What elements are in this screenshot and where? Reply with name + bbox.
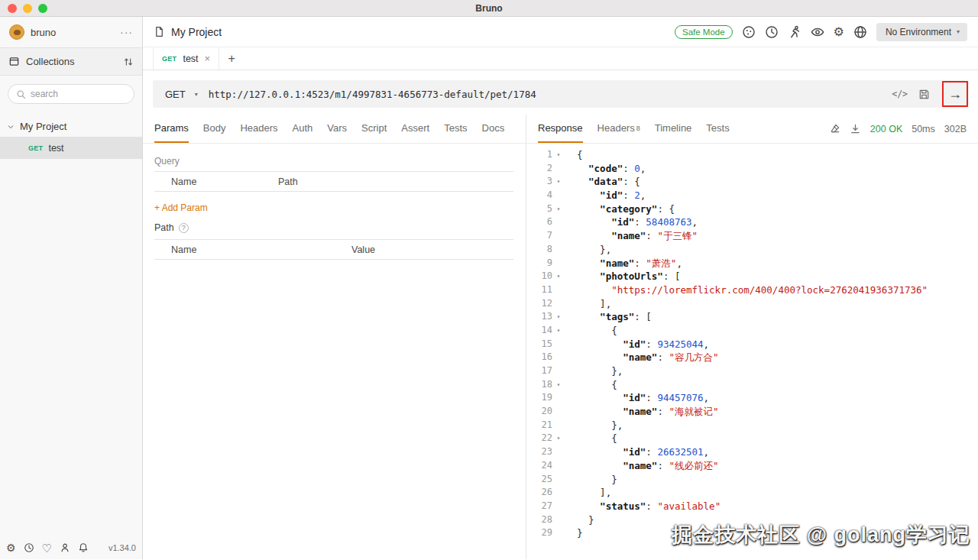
method-label: GET — [165, 89, 186, 100]
eye-icon[interactable] — [811, 25, 824, 39]
request-pane: Params Body Headers Auth Vars Script Ass… — [143, 115, 526, 559]
response-code[interactable]: 1▾{2 "code": 0,3▾ "data": {4 "id": 2,5▾ … — [526, 144, 978, 559]
close-tab-icon[interactable]: × — [205, 53, 211, 64]
line-number: 10 — [526, 270, 552, 283]
fold-arrow-icon[interactable]: ▾ — [552, 432, 565, 445]
tab-params[interactable]: Params — [154, 115, 189, 143]
code-text: { — [565, 148, 583, 162]
tab-timeline[interactable]: Timeline — [655, 115, 692, 143]
minimize-window-button[interactable] — [23, 4, 32, 13]
fold-arrow-icon[interactable]: ▾ — [552, 378, 565, 392]
fold-arrow-icon[interactable]: ▾ — [552, 148, 565, 162]
environment-selector[interactable]: No Environment ▾ — [876, 23, 967, 41]
line-number: 21 — [526, 419, 552, 432]
request-response-split: Params Body Headers Auth Vars Script Ass… — [143, 115, 978, 559]
response-size: 302B — [944, 124, 967, 134]
code-line: 18▾ { — [526, 378, 978, 392]
request-url-bar: GET ▾ http://127.0.0.1:4523/m1/4997831-4… — [153, 80, 969, 108]
preferences-gear-icon[interactable]: ⚙ — [6, 542, 16, 553]
tab-response-tests[interactable]: Tests — [706, 115, 729, 143]
code-line: 6 "id": 58408763, — [526, 215, 978, 229]
url-input[interactable]: http://127.0.0.1:4523/m1/4997831-4656773… — [207, 89, 892, 100]
generate-code-icon[interactable]: </> — [892, 89, 908, 99]
workspace-row[interactable]: bruno ··· — [0, 17, 142, 47]
code-text: } — [565, 513, 594, 527]
collection-name: My Project — [20, 121, 66, 132]
chevron-down-icon: ▾ — [195, 91, 198, 98]
history-clock-icon[interactable] — [765, 25, 779, 39]
tab-body[interactable]: Body — [203, 115, 226, 143]
sidebar: bruno ··· Collections My Project GET tes… — [0, 17, 143, 559]
line-number: 4 — [526, 189, 552, 202]
fold-arrow-icon[interactable]: ▾ — [552, 310, 565, 324]
search-icon — [16, 89, 26, 99]
tab-tests[interactable]: Tests — [444, 115, 467, 143]
response-headers-label: Headers — [597, 122, 635, 134]
code-line: 23 "id": 26632501, — [526, 445, 978, 459]
runner-icon[interactable] — [788, 25, 802, 39]
fold-arrow-icon[interactable]: ▾ — [552, 324, 565, 338]
request-item-test[interactable]: GET test — [0, 137, 142, 159]
code-text: } — [565, 526, 583, 540]
collection-item-my-project[interactable]: My Project — [0, 116, 142, 137]
tab-vars[interactable]: Vars — [327, 115, 347, 143]
method-selector[interactable]: GET ▾ — [153, 89, 207, 100]
collection-tree: My Project GET test — [0, 116, 142, 159]
code-text: }, — [565, 419, 623, 432]
tab-auth[interactable]: Auth — [293, 115, 313, 143]
sort-collections-icon[interactable] — [123, 57, 134, 67]
line-number: 3 — [526, 175, 552, 189]
send-request-button[interactable]: → — [948, 87, 962, 101]
settings-gear-icon[interactable]: ⚙ — [834, 26, 844, 38]
search-input[interactable] — [31, 89, 122, 99]
code-line: 15 "id": 93425044, — [526, 338, 978, 351]
request-name-label: test — [48, 143, 63, 154]
line-number: 18 — [526, 378, 552, 392]
notifications-bell-icon[interactable] — [78, 542, 89, 553]
code-text: "code": 0, — [565, 162, 646, 176]
code-line: 14▾ { — [526, 324, 978, 338]
code-line: 3▾ "data": { — [526, 175, 978, 189]
help-icon[interactable]: ? — [179, 223, 189, 233]
request-tabstrip: GET test × + — [143, 47, 978, 70]
headers-count-badge: 8 — [636, 125, 640, 132]
workspace-menu-button[interactable]: ··· — [120, 26, 133, 38]
cookie-icon[interactable] — [742, 25, 756, 39]
add-param-link[interactable]: + Add Param — [154, 202, 514, 213]
fold-arrow-icon[interactable]: ▾ — [552, 202, 565, 216]
history-clock-icon[interactable] — [24, 542, 34, 553]
code-line: 21 }, — [526, 419, 978, 432]
search-box[interactable] — [8, 84, 134, 104]
code-text: "id": 93425044, — [565, 338, 709, 351]
fold-arrow-icon[interactable]: ▾ — [552, 270, 565, 283]
download-response-icon[interactable] — [850, 123, 861, 134]
code-text: "name": "于三锋" — [565, 229, 698, 243]
tab-assert[interactable]: Assert — [401, 115, 429, 143]
code-line: 13▾ "tags": [ — [526, 310, 978, 324]
tab-headers[interactable]: Headers — [240, 115, 277, 143]
environment-label: No Environment — [886, 27, 951, 37]
tab-response[interactable]: Response — [538, 115, 583, 143]
code-line: 29} — [526, 526, 978, 540]
new-tab-button[interactable]: + — [219, 47, 244, 70]
collections-header[interactable]: Collections — [0, 47, 142, 76]
request-bar-area: GET ▾ http://127.0.0.1:4523/m1/4997831-4… — [143, 70, 978, 115]
tab-script[interactable]: Script — [361, 115, 387, 143]
code-text: "category": { — [565, 202, 675, 216]
code-text: "id": 94457076, — [565, 391, 709, 405]
request-method-label: GET — [28, 144, 43, 152]
fold-arrow-icon[interactable]: ▾ — [552, 175, 565, 189]
code-text: "name": "萧浩", — [565, 257, 682, 270]
request-tab-test[interactable]: GET test × — [153, 47, 219, 70]
save-icon[interactable] — [918, 89, 930, 100]
clear-response-icon[interactable] — [829, 123, 840, 134]
response-meta: 200 OK 50ms 302B — [829, 115, 967, 143]
tab-docs[interactable]: Docs — [482, 115, 505, 143]
close-window-button[interactable] — [8, 4, 17, 13]
globe-icon[interactable] — [853, 25, 867, 39]
tab-response-headers[interactable]: Headers8 — [597, 115, 640, 143]
account-person-icon[interactable] — [60, 542, 70, 553]
zoom-window-button[interactable] — [38, 4, 47, 13]
support-heart-icon[interactable]: ♡ — [42, 542, 52, 554]
line-number: 5 — [526, 202, 552, 216]
